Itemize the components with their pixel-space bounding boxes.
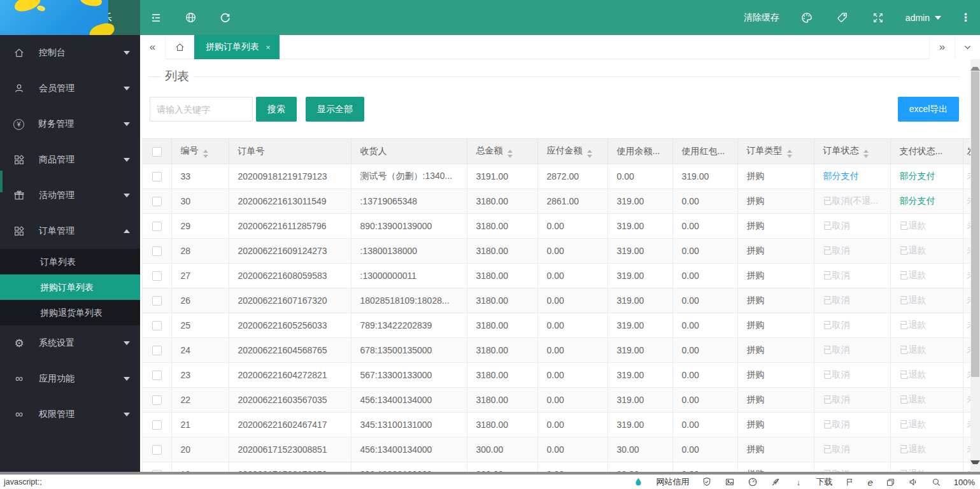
tag-icon[interactable] bbox=[834, 10, 851, 26]
content-scrollbar[interactable] bbox=[970, 59, 980, 472]
cell-payable: 0.00 bbox=[537, 363, 607, 388]
sidebar-subitem[interactable]: 订单列表 bbox=[0, 249, 140, 274]
tabs-forward-button[interactable]: » bbox=[929, 35, 955, 59]
download-arrow-icon[interactable]: ↓ bbox=[793, 477, 804, 488]
active-tab[interactable]: 拼购订单列表 × bbox=[194, 35, 280, 59]
toolbar: 搜索 显示全部 excel导出 bbox=[140, 97, 969, 122]
column-header[interactable]: 订单类型 bbox=[737, 139, 814, 164]
rocket-blocked-icon[interactable] bbox=[770, 477, 781, 488]
show-all-button[interactable]: 显示全部 bbox=[306, 97, 364, 122]
sidebar-item-console[interactable]: 控制台 bbox=[0, 35, 140, 71]
gauge-icon[interactable] bbox=[747, 477, 758, 488]
cell-order-type: 拼购 bbox=[737, 214, 814, 239]
more-vertical-icon[interactable]: ⋮ bbox=[960, 11, 971, 24]
sort-icon[interactable] bbox=[508, 150, 513, 158]
row-checkbox[interactable] bbox=[152, 395, 162, 405]
search-icon[interactable] bbox=[931, 477, 942, 488]
row-checkbox[interactable] bbox=[152, 172, 162, 181]
cell-order-no: 202006221602467417 bbox=[229, 413, 351, 437]
cell-total: 3180.00 bbox=[467, 388, 537, 413]
cell-id: 20 bbox=[171, 437, 229, 462]
topbar-right-icons: 清除缓存 admin ⋮ bbox=[744, 0, 971, 35]
sort-icon[interactable] bbox=[787, 150, 792, 158]
table-row: 30202006221613011549:137190653483180.002… bbox=[143, 189, 970, 214]
cell-payable: 0.00 bbox=[537, 264, 607, 288]
sidebar-item-system[interactable]: ⚙系统设置 bbox=[0, 325, 140, 361]
cell-red-packet: 0.00 bbox=[672, 313, 737, 338]
row-checkbox[interactable] bbox=[152, 321, 162, 330]
cell-order-type: 拼购 bbox=[737, 437, 814, 462]
select-all-checkbox[interactable] bbox=[152, 147, 162, 157]
search-button[interactable]: 搜索 bbox=[256, 97, 297, 122]
orders-table-wrap: 编号订单号收货人总金额应付金额使用余额...使用红包...订单类型订单状态支付状… bbox=[142, 138, 970, 472]
menu-fold-icon[interactable] bbox=[148, 10, 164, 26]
globe-icon[interactable] bbox=[182, 10, 199, 26]
close-icon[interactable]: × bbox=[266, 43, 271, 52]
home-icon bbox=[174, 42, 185, 53]
excel-export-button[interactable]: excel导出 bbox=[898, 97, 959, 122]
row-checkbox[interactable] bbox=[152, 246, 162, 256]
content-panel: 列表 搜索 显示全部 excel导出 编号订单号收货人总金额应付金额使用余额..… bbox=[140, 59, 980, 472]
image-icon[interactable] bbox=[724, 477, 735, 488]
water-drop-icon[interactable] bbox=[633, 477, 644, 488]
fullscreen-icon[interactable] bbox=[870, 10, 886, 26]
zoom-level[interactable]: 100% bbox=[954, 478, 975, 487]
cell-payable: 0.00 bbox=[537, 388, 607, 413]
sidebar-item-goods[interactable]: 商品管理 bbox=[0, 142, 140, 178]
row-checkbox[interactable] bbox=[152, 296, 162, 306]
sidebar-item-orders[interactable]: 订单管理 bbox=[0, 213, 140, 249]
speaker-icon[interactable] bbox=[908, 477, 919, 488]
clear-cache-button[interactable]: 清除缓存 bbox=[744, 12, 779, 24]
refresh-icon[interactable] bbox=[217, 10, 233, 26]
row-checkbox[interactable] bbox=[152, 445, 162, 455]
sidebar-item-activity[interactable]: 活动管理 bbox=[0, 178, 140, 213]
column-header[interactable]: 编号 bbox=[171, 139, 229, 164]
download-button[interactable]: 下载 bbox=[816, 476, 832, 488]
site-credit-button[interactable]: 网站信用 bbox=[656, 476, 689, 488]
sidebar-item-apps[interactable]: ∞应用功能 bbox=[0, 361, 140, 397]
sidebar-item-auth[interactable]: ∞权限管理 bbox=[0, 397, 140, 432]
scroll-down-arrow-icon[interactable] bbox=[970, 460, 980, 471]
sidebar-subitem[interactable]: 拼购退货单列表 bbox=[0, 300, 140, 325]
chevron-down-icon bbox=[124, 51, 130, 55]
row-checkbox[interactable] bbox=[152, 197, 162, 206]
cell-balance: 319.00 bbox=[607, 413, 672, 437]
topbar: 乐 清除缓存 bbox=[0, 0, 980, 35]
row-checkbox[interactable] bbox=[152, 420, 162, 430]
row-checkbox[interactable] bbox=[152, 346, 162, 355]
sort-icon[interactable] bbox=[587, 150, 592, 158]
scroll-up-arrow-icon[interactable] bbox=[970, 60, 980, 71]
shield-icon[interactable] bbox=[701, 477, 712, 488]
sidebar-submenu: 订单列表拼购订单列表拼购退货单列表 bbox=[0, 249, 140, 325]
sidebar-item-members[interactable]: 会员管理 bbox=[0, 71, 140, 106]
column-header[interactable]: 订单状态 bbox=[814, 139, 890, 164]
row-checkbox[interactable] bbox=[152, 271, 162, 281]
cell-total: 3180.00 bbox=[467, 214, 537, 239]
tabbar: « 拼购订单列表 × » bbox=[140, 35, 980, 59]
infinity-icon: ∞ bbox=[13, 409, 25, 420]
column-header[interactable]: 应付金额 bbox=[537, 139, 607, 164]
sidebar-item-finance[interactable]: ¥财务管理 bbox=[0, 106, 140, 142]
row-checkbox[interactable] bbox=[152, 222, 162, 231]
row-checkbox[interactable] bbox=[152, 371, 162, 380]
palette-icon[interactable] bbox=[799, 10, 815, 26]
column-header[interactable]: 总金额 bbox=[467, 139, 537, 164]
table-row: 27202006221608059583:130000000113180.000… bbox=[143, 264, 970, 288]
window-restore-icon[interactable] bbox=[885, 477, 896, 488]
scrollbar-thumb[interactable] bbox=[971, 71, 979, 377]
tabs-collapse-left-button[interactable]: « bbox=[140, 35, 166, 59]
sort-icon[interactable] bbox=[203, 150, 208, 158]
ie-icon[interactable]: e bbox=[867, 477, 872, 488]
order-status: 已取消 bbox=[823, 344, 850, 355]
home-tab[interactable] bbox=[166, 35, 194, 59]
topbar-left-icons bbox=[148, 0, 233, 35]
table-row: 20202006171523008851456:13400134000300.0… bbox=[143, 437, 970, 462]
search-input[interactable] bbox=[150, 97, 253, 122]
admin-user-menu[interactable]: admin bbox=[905, 13, 941, 23]
tabs-menu-button[interactable] bbox=[955, 35, 980, 59]
column-header: 发货状态 bbox=[963, 139, 970, 164]
flag-icon[interactable] bbox=[844, 477, 855, 488]
sidebar-subitem[interactable]: 拼购订单列表 bbox=[0, 274, 140, 300]
sort-icon[interactable] bbox=[863, 150, 869, 158]
order-status[interactable]: 部分支付 bbox=[823, 171, 859, 181]
